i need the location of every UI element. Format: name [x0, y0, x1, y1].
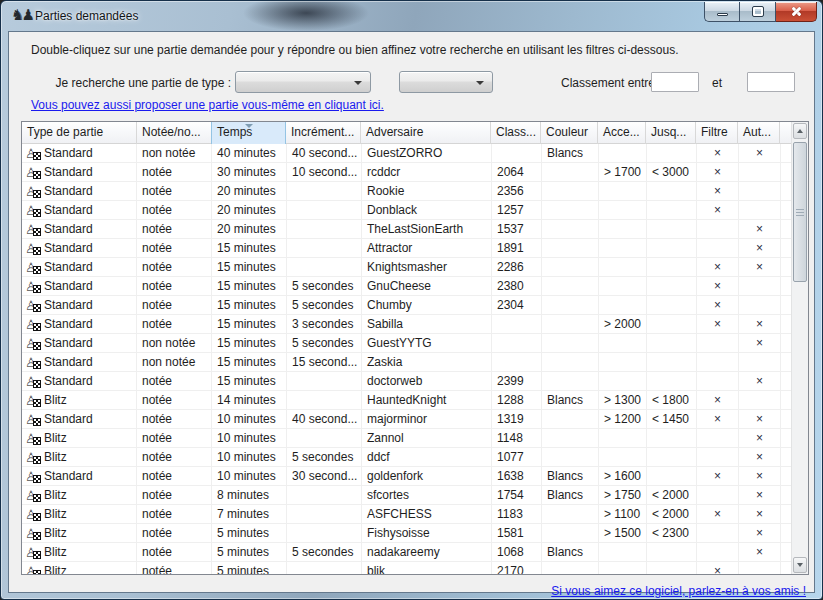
checkerboard-icon [33, 361, 41, 369]
cell-rating: 1068 [492, 543, 542, 561]
share-link[interactable]: Si vous aimez ce logiciel, parlez-en à v… [551, 584, 806, 598]
table-row[interactable]: Standardnotée15 minutesKnightsmasher2286… [22, 258, 791, 277]
column-header-time[interactable]: Temps [211, 122, 286, 144]
table-row[interactable]: Standardnotée15 minutesAttractor1891× [22, 239, 791, 258]
table-row[interactable]: Blitznotée8 minutessfcortes1754Blancs> 1… [22, 486, 791, 505]
column-header-rating[interactable]: Class... [491, 122, 541, 144]
table-row[interactable]: Standardnon notée40 minutes40 second...G… [22, 144, 791, 163]
column-header-auto[interactable]: Aut... [738, 122, 780, 144]
maximize-button[interactable] [739, 2, 776, 22]
rating-min-input[interactable] [651, 72, 699, 92]
column-header-filter[interactable]: Filtre [696, 122, 738, 144]
cell-above [599, 562, 647, 574]
propose-game-link[interactable]: Vous pouvez aussi proposer une partie vo… [31, 98, 384, 112]
table-row[interactable]: Standardnon notée15 minutes5 secondesGue… [22, 334, 791, 353]
table-row[interactable]: Standardnotée10 minutes30 second...golde… [22, 467, 791, 486]
cell-increment [287, 524, 362, 542]
table-row[interactable]: Standardnotée15 minutes5 secondesChumby2… [22, 296, 791, 315]
cell-color: Blancs [542, 467, 599, 485]
column-header-rated[interactable]: Notée/no... [137, 122, 212, 144]
cell-rated: notée [137, 201, 212, 219]
cell-increment [287, 372, 362, 390]
cell-below [647, 296, 697, 314]
cell-below: < 2000 [647, 486, 697, 504]
column-header-label: Notée/no... [142, 125, 201, 139]
cell-rated: notée [137, 296, 212, 314]
game-type-label: Blitz [44, 543, 67, 561]
table-row[interactable]: Standardnotée20 minutesDonblack1257× [22, 201, 791, 220]
column-header-below[interactable]: Jusq... [646, 122, 696, 144]
cell-increment [287, 429, 362, 447]
column-header-above[interactable]: Acce... [598, 122, 646, 144]
cell-color [542, 505, 599, 523]
cell-rated: notée [137, 410, 212, 428]
minimize-button[interactable] [704, 2, 739, 22]
cell-auto: × [739, 486, 781, 504]
table-row[interactable]: Blitznotée14 minutesHauntedKnight1288Bla… [22, 391, 791, 410]
cell-below [647, 277, 697, 295]
chevron-down-icon [354, 81, 362, 85]
table-row[interactable]: Blitznotée7 minutesASFCHESS1183> 1100< 2… [22, 505, 791, 524]
game-type-label: Standard [44, 220, 93, 238]
cell-color [542, 239, 599, 257]
column-header-increment[interactable]: Incrément... [286, 122, 361, 144]
table-row[interactable]: Blitznotée5 minutes5 secondesnadakareemy… [22, 543, 791, 562]
cell-color [542, 277, 599, 295]
cell-type: Standard [22, 163, 137, 181]
cell-time: 5 minutes [212, 562, 287, 574]
chess-pieces-icon: ♞♟ [11, 7, 32, 23]
table-row[interactable]: Standardnotée15 minutesdoctorweb2399× [22, 372, 791, 391]
vertical-scrollbar[interactable] [791, 122, 808, 574]
cell-auto [739, 562, 781, 574]
table-row[interactable]: Standardnon notée15 minutes15 second...Z… [22, 353, 791, 372]
cell-time: 15 minutes [212, 353, 287, 371]
cell-time: 15 minutes [212, 315, 287, 333]
table-row[interactable]: Blitznotée5 minutesblik2170× [22, 562, 791, 574]
table-row[interactable]: Blitznotée10 minutes5 secondesddcf1077× [22, 448, 791, 467]
cell-type: Standard [22, 315, 137, 333]
chess-pawn-icon [25, 184, 42, 199]
table-row[interactable]: Standardnotée15 minutes5 secondesGnuChee… [22, 277, 791, 296]
table-row[interactable]: Standardnotée30 minutes10 second...rcddc… [22, 163, 791, 182]
table-row[interactable]: Blitznotée10 minutesZannol1148× [22, 429, 791, 448]
scroll-down-button[interactable] [793, 557, 807, 573]
scroll-up-button[interactable] [793, 123, 807, 139]
column-header-type[interactable]: Type de partie [22, 122, 137, 144]
titlebar[interactable]: ♞♟ Parties demandées [1, 1, 822, 31]
column-header-label: Couleur [546, 125, 588, 139]
cell-filter: × [697, 505, 739, 523]
checkerboard-icon [33, 266, 41, 274]
cell-time: 15 minutes [212, 296, 287, 314]
column-header-adversary[interactable]: Adversaire [361, 122, 491, 144]
cell-above [599, 220, 647, 238]
table-row[interactable]: Standardnotée15 minutes3 secondesSabilla… [22, 315, 791, 334]
game-subtype-select[interactable] [399, 71, 493, 93]
game-type-label: Standard [44, 372, 93, 390]
rating-max-input[interactable] [747, 72, 795, 92]
game-type-label: Standard [44, 296, 93, 314]
table-row[interactable]: Standardnotée20 minutesTheLastSionEarth1… [22, 220, 791, 239]
cell-color: Blancs [542, 543, 599, 561]
cell-above [599, 353, 647, 371]
cell-type: Standard [22, 220, 137, 238]
checkerboard-icon [33, 551, 41, 559]
cell-adversary: Zaskia [362, 353, 492, 371]
table-row[interactable]: Blitznotée5 minutesFishysoisse1581> 1500… [22, 524, 791, 543]
table-row[interactable]: Standardnotée20 minutesRookie2356× [22, 182, 791, 201]
close-button[interactable] [776, 2, 817, 22]
game-type-label: Standard [44, 334, 93, 352]
column-header-color[interactable]: Couleur [541, 122, 598, 144]
table-row[interactable]: Standardnotée10 minutes40 second...major… [22, 410, 791, 429]
cell-filter [697, 239, 739, 257]
game-type-select[interactable] [235, 71, 371, 93]
cell-color [542, 296, 599, 314]
column-header-label: Adversaire [366, 125, 423, 139]
scrollbar-thumb[interactable] [793, 142, 807, 282]
cell-below: < 1800 [647, 391, 697, 409]
cell-increment [287, 201, 362, 219]
cell-color [542, 163, 599, 181]
cell-auto: × [739, 258, 781, 276]
chess-pawn-icon [25, 545, 42, 560]
sort-desc-icon [245, 124, 253, 128]
cell-above [599, 239, 647, 257]
